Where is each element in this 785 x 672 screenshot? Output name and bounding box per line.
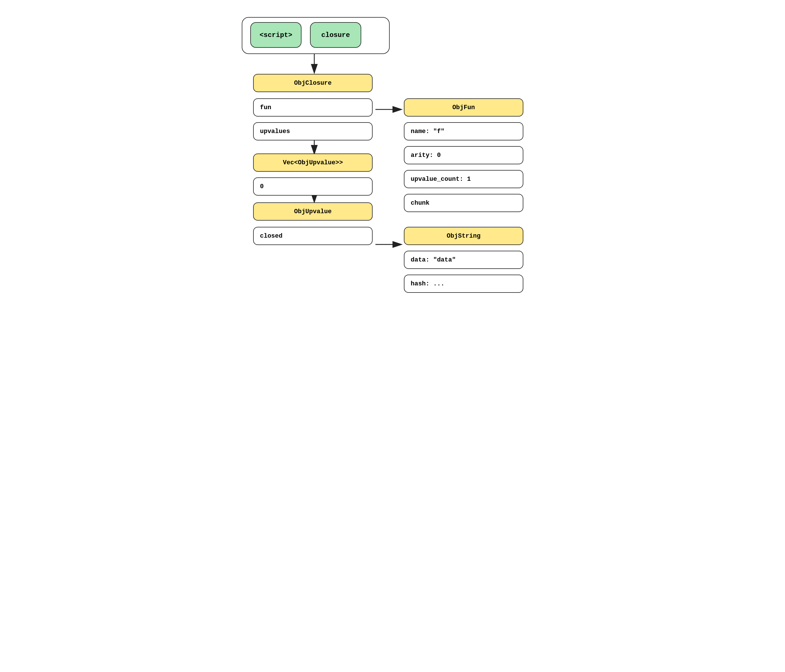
data-field-label: data: "data" — [411, 256, 456, 263]
chunk-field-node: chunk — [404, 194, 523, 212]
fun-field-label: fun — [260, 104, 271, 111]
index-0-label: 0 — [260, 183, 264, 190]
data-field-node: data: "data" — [404, 251, 523, 269]
diagram: <script> closure ObjClosure fun upvalues… — [236, 11, 549, 324]
upvalues-field-label: upvalues — [260, 128, 290, 135]
closure-tag-label: closure — [321, 31, 350, 39]
upvalue-count-field-node: upvalue_count: 1 — [404, 170, 523, 188]
script-tag-label: <script> — [260, 31, 292, 39]
upvalues-field-node: upvalues — [253, 122, 372, 140]
arity-field-node: arity: 0 — [404, 146, 523, 164]
vec-upvalue-label: Vec<ObjUpvalue>> — [283, 159, 343, 166]
name-field-node: name: "f" — [404, 122, 523, 140]
obj-upvalue-label: ObjUpvalue — [294, 208, 332, 215]
obj-string-node: ObjString — [404, 227, 523, 245]
vec-upvalue-node: Vec<ObjUpvalue>> — [253, 153, 372, 172]
hash-field-label: hash: ... — [411, 280, 444, 287]
obj-closure-label: ObjClosure — [294, 80, 332, 87]
closure-tag-node: closure — [310, 22, 361, 48]
fun-field-node: fun — [253, 98, 372, 117]
hash-field-node: hash: ... — [404, 274, 523, 293]
script-tag-node: <script> — [250, 22, 302, 48]
closed-field-label: closed — [260, 232, 282, 240]
obj-fun-node: ObjFun — [404, 98, 523, 117]
obj-upvalue-node: ObjUpvalue — [253, 203, 372, 221]
obj-closure-node: ObjClosure — [253, 74, 372, 92]
name-field-label: name: "f" — [411, 128, 444, 135]
obj-string-label: ObjString — [447, 232, 481, 240]
closed-field-node: closed — [253, 227, 372, 245]
index-0-node: 0 — [253, 178, 372, 196]
upvalue-count-label: upvalue_count: 1 — [411, 176, 471, 183]
obj-fun-label: ObjFun — [452, 104, 475, 111]
arity-field-label: arity: 0 — [411, 152, 441, 159]
chunk-field-label: chunk — [411, 200, 430, 207]
